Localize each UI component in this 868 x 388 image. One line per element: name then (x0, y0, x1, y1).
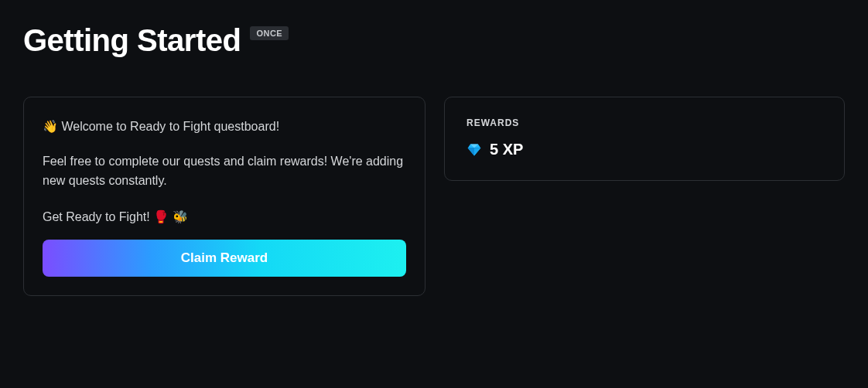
rewards-row: 5 XP (466, 141, 822, 158)
page-title: Getting Started (23, 23, 241, 58)
gem-icon (466, 142, 482, 158)
quest-description-text: Feel free to complete our quests and cla… (43, 152, 406, 191)
quest-card: 👋 Welcome to Ready to Fight questboard! … (23, 97, 425, 296)
quest-cta-text: Get Ready to Fight! 🥊 🐝 (43, 209, 406, 224)
rewards-card: REWARDS 5 XP (444, 97, 845, 181)
reward-xp-value: 5 XP (490, 141, 523, 158)
frequency-badge: ONCE (250, 26, 289, 40)
claim-reward-button[interactable]: Claim Reward (43, 240, 406, 277)
rewards-section-title: REWARDS (466, 117, 822, 128)
quest-welcome-text: 👋 Welcome to Ready to Fight questboard! (43, 119, 406, 134)
